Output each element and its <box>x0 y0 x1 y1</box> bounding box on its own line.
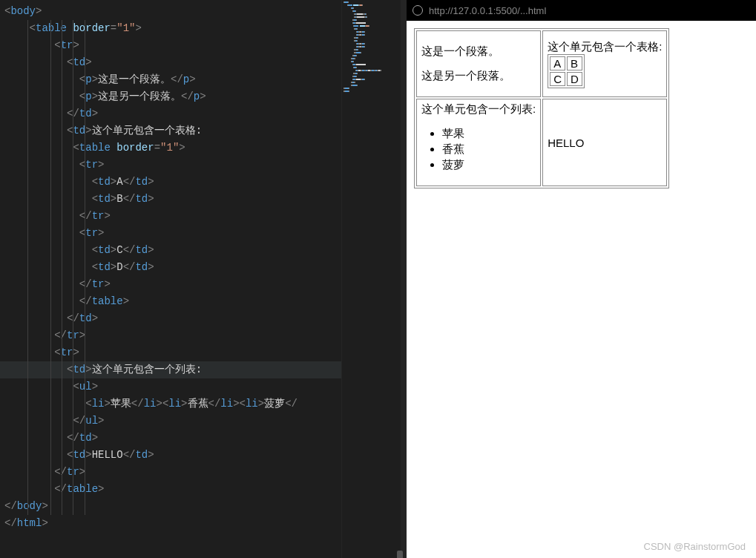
inner-cell: D <box>567 72 582 86</box>
code-line[interactable]: <td>这个单元包含一个列表: <box>0 361 341 378</box>
code-line[interactable]: <tr> <box>0 157 341 174</box>
cell-list: 这个单元包含一个列表: 苹果 香蕉 菠萝 <box>416 99 541 186</box>
table-row: 这是一个段落。 这是另一个段落。 这个单元包含一个表格: A B <box>416 30 667 97</box>
code-line[interactable]: </table> <box>0 293 341 310</box>
paragraph: 这是另一个段落。 <box>421 69 536 83</box>
code-line[interactable]: </tr> <box>0 276 341 293</box>
code-line[interactable]: </tr> <box>0 208 341 225</box>
list-item: 菠萝 <box>442 158 536 172</box>
code-line[interactable]: <table border="1"> <box>0 140 341 157</box>
cell-title: 这个单元包含一个列表: <box>421 102 536 115</box>
code-line[interactable]: <tr> <box>0 225 341 242</box>
code-line[interactable]: </td> <box>0 430 341 447</box>
code-line[interactable]: <li>苹果</li><li>香蕉</li><li>菠萝</ <box>0 395 341 413</box>
inner-cell: B <box>567 56 582 70</box>
list-item: 香蕉 <box>442 142 536 157</box>
cell-paragraphs: 这是一个段落。 这是另一个段落。 <box>416 30 541 97</box>
code-line[interactable]: </table> <box>0 481 341 498</box>
code-line[interactable]: <td>C</td> <box>0 242 341 259</box>
fruit-list: 苹果 香蕉 菠萝 <box>442 127 536 172</box>
cell-title: 这个单元包含一个表格: <box>548 40 662 53</box>
code-line[interactable]: <body> <box>0 3 341 20</box>
url-text: http://127.0.0.1:5500/...html <box>429 5 546 16</box>
code-line[interactable]: </html> <box>0 515 341 532</box>
paragraph: 这是一个段落。 <box>421 45 536 59</box>
pane-divider[interactable] <box>401 0 407 558</box>
code-line[interactable]: </tr> <box>0 464 341 481</box>
code-line[interactable]: <td>D</td> <box>0 259 341 276</box>
code-line[interactable]: </tr> <box>0 327 341 344</box>
inner-cell: C <box>550 72 565 86</box>
rendered-page: 这是一个段落。 这是另一个段落。 这个单元包含一个表格: A B <box>407 21 756 558</box>
code-line[interactable]: <p>这是一个段落。</p> <box>0 71 341 88</box>
code-line[interactable]: <td>HELLO</td> <box>0 447 341 464</box>
code-line[interactable]: <td>A</td> <box>0 174 341 191</box>
code-editor[interactable]: <body> <table border="1"> <tr> <td> <p>这… <box>0 0 341 558</box>
table-row: 这个单元包含一个列表: 苹果 香蕉 菠萝 HELLO <box>416 99 667 186</box>
watermark: CSDN @RainstormGod <box>644 541 746 552</box>
code-line[interactable]: <td>B</td> <box>0 191 341 208</box>
code-line[interactable]: <tr> <box>0 37 341 54</box>
code-line[interactable]: </body> <box>0 498 341 515</box>
inner-table: A B C D <box>548 54 585 88</box>
code-line[interactable]: <ul> <box>0 378 341 395</box>
code-line[interactable]: </ul> <box>0 413 341 430</box>
code-line[interactable]: <td> <box>0 54 341 71</box>
code-line[interactable]: <table border="1"> <box>0 20 341 37</box>
browser-preview: http://127.0.0.1:5500/...html 这是一个段落。 这是… <box>407 0 756 558</box>
minimap[interactable] <box>341 0 401 558</box>
list-item: 苹果 <box>442 127 536 141</box>
cell-hello: HELLO <box>542 99 667 186</box>
code-line[interactable]: </td> <box>0 105 341 122</box>
code-line[interactable]: </td> <box>0 310 341 327</box>
address-bar[interactable]: http://127.0.0.1:5500/...html <box>407 0 756 21</box>
divider-handle-icon <box>397 551 403 558</box>
reload-icon[interactable] <box>412 5 423 16</box>
inner-cell: A <box>550 56 565 70</box>
outer-table: 这是一个段落。 这是另一个段落。 这个单元包含一个表格: A B <box>414 28 669 188</box>
code-line[interactable]: <tr> <box>0 344 341 361</box>
code-line[interactable]: <p>这是另一个段落。</p> <box>0 88 341 105</box>
cell-nested-table: 这个单元包含一个表格: A B C D <box>542 30 667 97</box>
code-line[interactable]: <td>这个单元包含一个表格: <box>0 122 341 140</box>
